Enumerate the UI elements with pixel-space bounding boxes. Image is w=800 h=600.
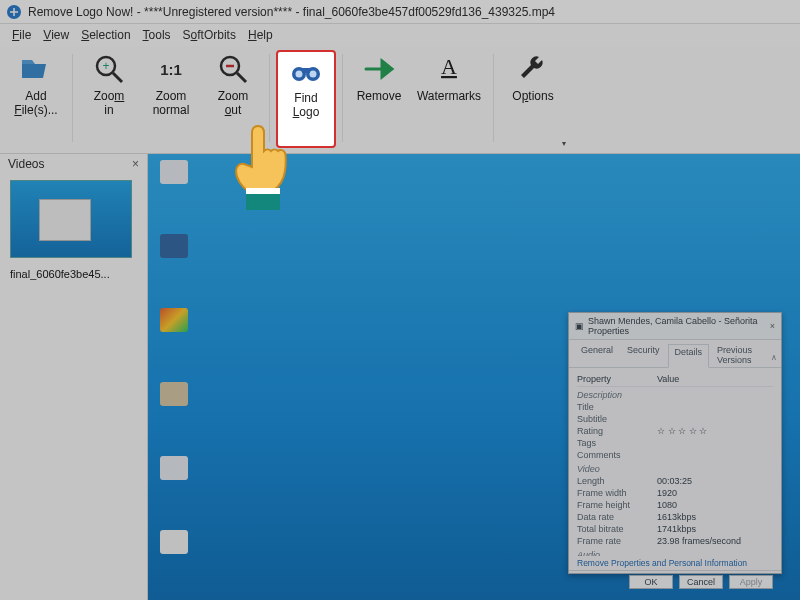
- prop-val: 1741kbps: [657, 524, 696, 534]
- prop-key: Data rate: [577, 512, 649, 522]
- properties-title: Shawn Mendes, Camila Cabello - Señorita …: [588, 316, 766, 336]
- menu-tools[interactable]: Tools: [143, 28, 171, 42]
- separator: [72, 54, 73, 142]
- section-video: Video: [577, 461, 773, 475]
- tab-general[interactable]: General: [575, 343, 619, 367]
- separator: [269, 54, 270, 142]
- zoom-out-icon: [216, 52, 250, 86]
- watermarks-button[interactable]: A Watermarks: [411, 50, 487, 148]
- svg-rect-11: [302, 68, 310, 73]
- zoom-in-icon: +: [92, 52, 126, 86]
- menu-help[interactable]: Help: [248, 28, 273, 42]
- tab-security[interactable]: Security: [621, 343, 666, 367]
- prop-key: Rating: [577, 426, 649, 436]
- sidebar-close-icon[interactable]: ×: [132, 157, 139, 171]
- prop-key: Tags: [577, 438, 649, 448]
- add-files-label: AddFile(s)...: [14, 90, 57, 118]
- zoom-normal-button[interactable]: 1:1 Zoomnormal: [141, 50, 201, 148]
- title-bar: Remove Logo Now! - ****Unregistered vers…: [0, 0, 800, 24]
- add-files-button[interactable]: AddFile(s)...: [6, 50, 66, 148]
- menu-bar: File View Selection Tools SoftOrbits Hel…: [0, 24, 800, 46]
- prop-key: Subtitle: [577, 414, 649, 424]
- prop-key: Frame height: [577, 500, 649, 510]
- videos-sidebar: Videos × final_6060fe3be45...: [0, 154, 148, 600]
- menu-file[interactable]: File: [12, 28, 31, 42]
- video-thumbnail[interactable]: [10, 180, 132, 258]
- find-logo-label: FindLogo: [293, 92, 320, 120]
- options-expand-icon[interactable]: ▾: [562, 139, 566, 148]
- col-property: Property: [577, 374, 649, 384]
- sidebar-title: Videos: [8, 157, 44, 171]
- prop-key: Title: [577, 402, 649, 412]
- tab-details[interactable]: Details: [668, 344, 710, 368]
- properties-titlebar[interactable]: ▣ Shawn Mendes, Camila Cabello - Señorit…: [569, 313, 781, 340]
- prop-key: Length: [577, 476, 649, 486]
- svg-point-9: [296, 71, 303, 78]
- separator: [342, 54, 343, 142]
- prop-val: 00:03:25: [657, 476, 692, 486]
- properties-buttons: OK Cancel Apply: [569, 570, 781, 593]
- svg-text:+: +: [102, 59, 109, 73]
- options-button[interactable]: Options ▾: [500, 50, 566, 148]
- desktop-icon: [154, 382, 194, 422]
- prop-val: 23.98 frames/second: [657, 536, 741, 546]
- sidebar-header: Videos ×: [0, 154, 147, 174]
- zoom-out-label: Zoomout: [218, 90, 249, 118]
- prop-key: Total bitrate: [577, 524, 649, 534]
- zoom-out-button[interactable]: Zoomout: [203, 50, 263, 148]
- work-area: Videos × final_6060fe3be45... ▣ Shawn Me…: [0, 154, 800, 600]
- prop-key: Frame width: [577, 488, 649, 498]
- tab-previous-versions[interactable]: Previous Versions: [711, 343, 775, 367]
- close-icon[interactable]: ×: [770, 321, 775, 331]
- remove-label: Remove: [357, 90, 402, 104]
- properties-body: PropertyValue Description Title Subtitle…: [569, 368, 781, 556]
- properties-tabs: General Security Details Previous Versio…: [569, 340, 781, 368]
- separator: [493, 54, 494, 142]
- zoom-in-button[interactable]: + Zoomin: [79, 50, 139, 148]
- menu-softorbits[interactable]: SoftOrbits: [183, 28, 236, 42]
- ok-button[interactable]: OK: [629, 575, 673, 589]
- scroll-up-icon[interactable]: ∧: [771, 353, 777, 362]
- prop-val: ☆ ☆ ☆ ☆ ☆: [657, 426, 707, 436]
- desktop-icon: [154, 530, 194, 570]
- prop-val: 1613kbps: [657, 512, 696, 522]
- desktop-icon: [154, 234, 194, 274]
- section-audio: Audio: [577, 547, 773, 556]
- app-icon: [6, 4, 22, 20]
- prop-key: Frame rate: [577, 536, 649, 546]
- properties-dialog: ▣ Shawn Mendes, Camila Cabello - Señorit…: [568, 312, 782, 574]
- binoculars-icon: [289, 54, 323, 88]
- find-logo-button[interactable]: FindLogo: [276, 50, 336, 148]
- prop-val: 1080: [657, 500, 677, 510]
- menu-view[interactable]: View: [43, 28, 69, 42]
- zoom-in-label: Zoomin: [94, 90, 125, 118]
- desktop-icon: [154, 456, 194, 496]
- desktop-icons-column: [154, 160, 194, 570]
- svg-line-2: [113, 73, 122, 82]
- zoom-normal-label: Zoomnormal: [153, 90, 190, 118]
- info-icon: ▣: [575, 321, 584, 331]
- zoom-normal-icon: 1:1: [154, 52, 188, 86]
- text-watermark-icon: A: [432, 52, 466, 86]
- wrench-icon: [516, 52, 550, 86]
- svg-point-10: [310, 71, 317, 78]
- arrow-right-icon: [362, 52, 396, 86]
- menu-selection[interactable]: Selection: [81, 28, 130, 42]
- window-title: Remove Logo Now! - ****Unregistered vers…: [28, 5, 555, 19]
- video-thumbnail-label: final_6060fe3be45...: [10, 268, 137, 280]
- apply-button[interactable]: Apply: [729, 575, 773, 589]
- svg-line-5: [237, 73, 246, 82]
- desktop-icon: [154, 160, 194, 200]
- remove-button[interactable]: Remove: [349, 50, 409, 148]
- watermarks-label: Watermarks: [417, 90, 481, 104]
- section-description: Description: [577, 387, 773, 401]
- svg-text:A: A: [441, 54, 457, 79]
- prop-key: Comments: [577, 450, 649, 460]
- cancel-button[interactable]: Cancel: [679, 575, 723, 589]
- remove-properties-link[interactable]: Remove Properties and Personal Informati…: [569, 556, 781, 570]
- options-label: Options: [512, 90, 553, 104]
- toolbar: AddFile(s)... + Zoomin 1:1 Zoomnormal Zo…: [0, 46, 800, 154]
- desktop-icon: [154, 308, 194, 348]
- video-canvas[interactable]: ▣ Shawn Mendes, Camila Cabello - Señorit…: [148, 154, 800, 600]
- col-value: Value: [657, 374, 679, 384]
